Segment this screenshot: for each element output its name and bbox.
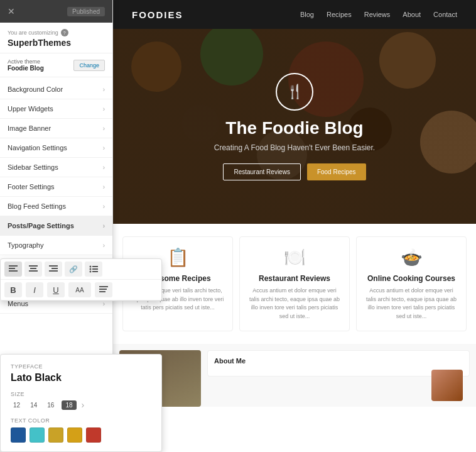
menu-item-footer-settings[interactable]: Footer Settings ›: [0, 177, 112, 197]
menu-item-background-color[interactable]: Background Color ›: [0, 80, 112, 99]
color-swatch-navy[interactable]: [11, 427, 26, 443]
about-title: About Me: [214, 357, 463, 365]
size-arrow-icon[interactable]: ›: [82, 400, 85, 410]
about-image: [431, 370, 463, 401]
color-swatch-red[interactable]: [86, 427, 101, 443]
nav-blog[interactable]: Blog: [300, 11, 314, 18]
nav-contact[interactable]: Contact: [433, 11, 457, 18]
typeface-label: Typeface: [11, 363, 151, 370]
chevron-right-icon: ›: [103, 86, 105, 93]
site-logo: FOODIES: [132, 9, 183, 20]
svg-rect-5: [29, 270, 38, 272]
bold-button[interactable]: B: [4, 282, 22, 297]
size-row: 12 14 16 18 ›: [11, 400, 151, 410]
menu-item-upper-widgets[interactable]: Upper Widgets ›: [0, 99, 112, 119]
customizer-info: You are customizing ? SuperbThemes: [0, 23, 112, 53]
preview-bottom: About Me: [113, 344, 476, 407]
menu-item-blog-feed-settings[interactable]: Blog Feed Settings ›: [0, 197, 112, 216]
svg-point-9: [90, 266, 92, 268]
customizing-label: You are customizing ?: [8, 29, 105, 36]
svg-point-13: [90, 271, 92, 273]
align-right-button[interactable]: [45, 262, 62, 277]
nav-reviews[interactable]: Reviews: [364, 11, 391, 18]
food-recipes-button[interactable]: Food Recipes: [307, 163, 366, 180]
chevron-right-icon: ›: [103, 203, 105, 210]
restaurant-reviews-button[interactable]: Restaurant Reviews: [223, 163, 300, 180]
theme-info: Active theme Foodie Blog Change: [0, 53, 112, 77]
chevron-right-icon: ›: [103, 164, 105, 171]
svg-rect-12: [92, 268, 98, 270]
card-title-reviews: Restaurant Reviews: [247, 274, 342, 283]
customizer-topbar: ✕ Published: [0, 0, 112, 23]
chevron-right-icon: ›: [103, 184, 105, 190]
svg-rect-14: [92, 271, 98, 272]
color-swatch-teal[interactable]: [30, 427, 45, 443]
preview-area: FOODIES Blog Recipes Reviews About Conta…: [113, 0, 476, 452]
svg-rect-10: [92, 266, 98, 267]
svg-rect-16: [99, 289, 107, 290]
toolbar-row1: 🔗: [1, 259, 161, 280]
published-badge: Published: [67, 7, 105, 16]
svg-rect-2: [9, 270, 18, 272]
active-theme-value: Foodie Blog: [8, 65, 44, 72]
svg-rect-6: [49, 265, 58, 267]
italic-button[interactable]: I: [26, 282, 43, 297]
site-header: FOODIES Blog Recipes Reviews About Conta…: [113, 0, 476, 29]
underline-button[interactable]: U: [47, 282, 65, 297]
color-label: Text Color: [11, 417, 151, 424]
card-icon-reviews: 🍽️: [247, 247, 342, 268]
align-center-button[interactable]: [24, 262, 42, 277]
text-editor-overlay: 🔗 B I U AA: [0, 258, 162, 301]
chevron-right-icon: ›: [103, 223, 105, 229]
svg-rect-4: [30, 268, 36, 269]
svg-rect-7: [51, 268, 58, 269]
menu-item-sidebar-settings[interactable]: Sidebar Settings ›: [0, 158, 112, 177]
toolbar-row2: B I U AA: [1, 280, 161, 300]
size-14-button[interactable]: 14: [28, 400, 40, 410]
card-cooking-courses: 🍲 Online Cooking Courses Accus antium et…: [356, 236, 467, 331]
font-size-button[interactable]: AA: [68, 282, 91, 297]
card-restaurant-reviews: 🍽️ Restaurant Reviews Accus antium et do…: [239, 236, 350, 331]
svg-rect-8: [49, 270, 58, 272]
nav-about[interactable]: About: [403, 11, 421, 18]
typography-panel: Typeface Lato Black Size 12 14 16 18 › T…: [0, 354, 162, 452]
svg-rect-3: [29, 265, 38, 267]
size-18-button[interactable]: 18: [62, 400, 76, 410]
site-nav: Blog Recipes Reviews About Contact: [300, 11, 457, 18]
help-icon[interactable]: ?: [61, 29, 68, 36]
menu-item-navigation-settings[interactable]: Navigation Settings ›: [0, 138, 112, 158]
chevron-right-icon: ›: [103, 106, 105, 113]
typeface-value: Lato Black: [11, 372, 151, 383]
hero-icon: 🍴: [276, 73, 313, 111]
size-12-button[interactable]: 12: [11, 400, 23, 410]
card-text-courses: Accus antium et dolor emque veri talis a…: [364, 287, 458, 321]
preview-right: About Me: [207, 350, 470, 407]
format-button[interactable]: [95, 282, 112, 297]
chevron-right-icon: ›: [103, 242, 105, 249]
align-left-button[interactable]: [4, 262, 22, 277]
svg-rect-17: [99, 291, 105, 292]
color-swatch-yellow[interactable]: [67, 427, 82, 443]
size-label: Size: [11, 391, 151, 397]
active-theme-label: Active theme: [8, 58, 44, 65]
svg-rect-1: [9, 268, 15, 269]
svg-rect-0: [9, 265, 18, 267]
chevron-right-icon: ›: [103, 125, 105, 132]
theme-name: SuperbThemes: [8, 38, 105, 48]
svg-rect-15: [99, 286, 108, 287]
menu-item-posts-page-settings[interactable]: Posts/Page Settings ›: [0, 216, 112, 236]
close-button[interactable]: ✕: [8, 6, 15, 16]
card-icon-courses: 🍲: [364, 247, 458, 268]
menu-item-typography[interactable]: Typography ›: [0, 236, 112, 255]
link-button[interactable]: 🔗: [65, 262, 82, 277]
color-swatch-gold[interactable]: [48, 427, 63, 443]
hero-subtitle: Creating A Food Blog Haven't Ever Been E…: [214, 143, 375, 152]
list-button[interactable]: [85, 262, 102, 277]
card-text-reviews: Accus antium et dolor emque veri talis a…: [247, 287, 342, 321]
about-card: About Me: [207, 350, 470, 377]
nav-recipes[interactable]: Recipes: [327, 11, 352, 18]
chevron-right-icon: ›: [103, 145, 105, 152]
size-16-button[interactable]: 16: [45, 400, 57, 410]
change-theme-button[interactable]: Change: [73, 60, 105, 71]
menu-item-image-banner[interactable]: Image Banner ›: [0, 119, 112, 138]
